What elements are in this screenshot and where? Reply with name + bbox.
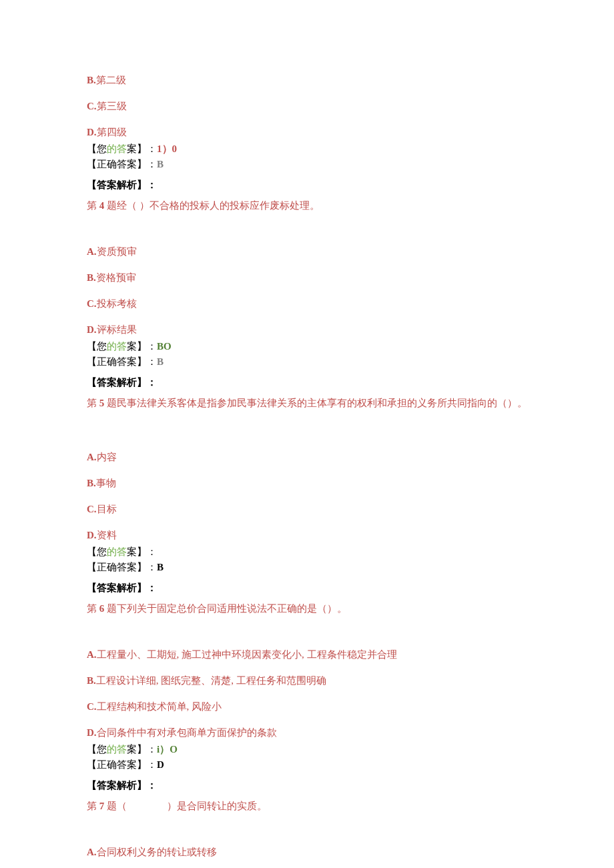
your-answer-value: i）O [157, 744, 178, 755]
your-answer-label-pre: 【您 [87, 546, 107, 557]
q5-option-a: A.内容 [87, 450, 527, 464]
option-letter: B. [87, 75, 96, 85]
your-answer-value: BO [157, 341, 172, 352]
your-answer-label-green: 的答 [107, 546, 127, 557]
q4-option-c: C.投标考核 [87, 297, 527, 311]
option-letter: D. [87, 324, 97, 335]
option-letter: D. [87, 530, 97, 540]
option-text: 内容 [97, 452, 117, 462]
q6-answer-block: 【您的答案】：i）O 【正确答案】：D 【答案解析】： [87, 743, 527, 793]
q5-option-d: D.资料 [87, 528, 527, 542]
q5-question: 第 5 题民事法律关系客体是指参加民事法律关系的主体享有的权利和承担的义务所共同… [87, 396, 527, 410]
option-letter: C. [87, 701, 97, 712]
your-answer-label-green: 的答 [107, 341, 127, 352]
option-text: 工程量小、工期短, 施工过神中环境因素变化小, 工程条件稳定并合理 [97, 649, 397, 660]
question-number: 第 6 题 [87, 603, 117, 614]
option-text: 目标 [97, 504, 117, 514]
your-answer-label-green: 的答 [107, 744, 127, 755]
correct-answer-label: 【正确答案】： [87, 562, 157, 572]
q3-option-c: C.第三级 [87, 99, 527, 113]
q3-option-d: D.第四级 [87, 125, 527, 139]
option-letter: D. [87, 727, 97, 738]
option-text: 工程结构和技术简单, 风险小 [97, 701, 222, 712]
correct-answer-value: B [157, 159, 164, 169]
analysis-label: 【答案解析】： [87, 376, 527, 390]
option-text: 投标考核 [97, 298, 137, 309]
correct-answer-value: D [157, 759, 164, 770]
your-answer-label-pre: 【您 [87, 143, 107, 154]
your-answer-line: 【您的答案】：BO [87, 340, 527, 354]
your-answer-label-post: 案】： [127, 341, 157, 352]
option-letter: C. [87, 504, 97, 514]
option-letter: A. [87, 649, 97, 660]
q5-option-c: C.目标 [87, 502, 527, 516]
question-number: 第 4 题 [87, 200, 117, 211]
option-letter: C. [87, 298, 97, 309]
your-answer-label-pre: 【您 [87, 341, 107, 352]
option-text: 资质预审 [97, 246, 137, 257]
question-number: 第 5 题 [87, 398, 117, 408]
option-text: 第二级 [96, 75, 126, 85]
option-text: 评标结果 [97, 324, 137, 335]
option-letter: D. [87, 127, 97, 137]
correct-answer-label: 【正确答案】： [87, 159, 157, 169]
question-text: 经（ ）不合格的投标人的投标应作废标处理。 [117, 200, 320, 211]
q5-answer-block: 【您的答案】： 【正确答案】：B 【答案解析】： [87, 545, 527, 595]
your-answer-line: 【您的答案】：i）O [87, 743, 527, 757]
q3-answer-block: 【您的答案】：1）0 【正确答案】：B 【答案解析】： [87, 142, 527, 192]
correct-answer-value: B [157, 562, 164, 572]
analysis-label: 【答案解析】： [87, 178, 527, 192]
question-text: 民事法律关系客体是指参加民事法律关系的主体享有的权利和承担的义务所共同指向的（）… [117, 398, 527, 408]
question-number: 第 7 题 [87, 801, 117, 811]
q5-option-b: B.事物 [87, 476, 527, 490]
q4-option-a: A.资质预审 [87, 245, 527, 259]
option-text: 工程设计详细, 图纸完整、清楚, 工程任务和范围明确 [96, 675, 326, 686]
option-letter: B. [87, 675, 96, 686]
option-letter: C. [87, 101, 97, 111]
your-answer-label-pre: 【您 [87, 744, 107, 755]
option-text: 第三级 [97, 101, 127, 111]
option-text: 合同权利义务的转让或转移 [97, 847, 217, 857]
option-text: 事物 [96, 478, 116, 488]
q6-option-c: C.工程结构和技术简单, 风险小 [87, 700, 527, 714]
analysis-label: 【答案解析】： [87, 779, 527, 793]
option-letter: B. [87, 478, 96, 488]
document-page: B.第二级 C.第三级 D.第四级 【您的答案】：1）0 【正确答案】：B 【答… [0, 0, 614, 868]
correct-answer-label: 【正确答案】： [87, 759, 157, 770]
option-text: 资料 [97, 530, 117, 540]
q3-option-b: B.第二级 [87, 73, 527, 87]
your-answer-label-post: 案】： [127, 546, 157, 557]
question-text: （ ）是合同转让的实质。 [117, 801, 267, 811]
option-letter: B. [87, 272, 96, 283]
option-text: 合同条件中有对承包商单方面保护的条款 [97, 727, 277, 738]
q4-question: 第 4 题经（ ）不合格的投标人的投标应作废标处理。 [87, 199, 527, 213]
option-letter: A. [87, 847, 97, 857]
q7-option-a: A.合同权利义务的转让或转移 [87, 845, 527, 859]
correct-answer-label: 【正确答案】： [87, 356, 157, 367]
correct-answer-value: B [157, 356, 164, 367]
correct-answer-line: 【正确答案】：D [87, 758, 527, 772]
q7-question: 第 7 题（ ）是合同转让的实质。 [87, 799, 527, 813]
q4-option-b: B.资格预审 [87, 271, 527, 285]
correct-answer-line: 【正确答案】：B [87, 157, 527, 171]
your-answer-label-green: 的答 [107, 143, 127, 154]
q6-option-a: A.工程量小、工期短, 施工过神中环境因素变化小, 工程条件稳定并合理 [87, 648, 527, 662]
q4-option-d: D.评标结果 [87, 323, 527, 337]
option-text: 资格预审 [96, 272, 136, 283]
q6-option-d: D.合同条件中有对承包商单方面保护的条款 [87, 726, 527, 740]
option-text: 第四级 [97, 127, 127, 137]
question-text: 下列关于固定总价合同适用性说法不正确的是（）。 [117, 603, 347, 614]
q6-question: 第 6 题下列关于固定总价合同适用性说法不正确的是（）。 [87, 602, 527, 616]
q4-answer-block: 【您的答案】：BO 【正确答案】：B 【答案解析】： [87, 340, 527, 390]
option-letter: A. [87, 246, 97, 257]
your-answer-value: 1）0 [157, 143, 177, 154]
your-answer-label-post: 案】： [127, 143, 157, 154]
your-answer-line: 【您的答案】：1）0 [87, 142, 527, 156]
q6-option-b: B.工程设计详细, 图纸完整、清楚, 工程任务和范围明确 [87, 674, 527, 688]
analysis-label: 【答案解析】： [87, 581, 527, 595]
correct-answer-line: 【正确答案】：B [87, 355, 527, 369]
correct-answer-line: 【正确答案】：B [87, 560, 527, 574]
your-answer-line: 【您的答案】： [87, 545, 527, 559]
option-letter: A. [87, 452, 97, 462]
your-answer-label-post: 案】： [127, 744, 157, 755]
